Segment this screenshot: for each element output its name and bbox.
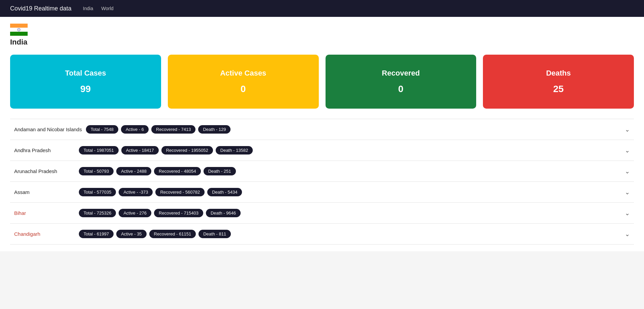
total-cases-card: Total Cases 99 (10, 55, 161, 109)
page-content: India Total Cases 99 Active Cases 0 Reco… (0, 17, 644, 251)
india-flag (10, 24, 28, 36)
deaths-label: Deaths (546, 69, 571, 78)
state-badge: Total - 50793 (79, 167, 114, 175)
app-title: Covid19 Realtime data (10, 5, 71, 12)
recovered-value: 0 (398, 84, 404, 94)
state-row[interactable]: ChandigarhTotal - 61997Active - 35Recove… (10, 224, 634, 245)
state-badge: Death - 129 (198, 125, 231, 134)
state-badge: Total - 577035 (79, 188, 116, 196)
chevron-down-icon[interactable]: ⌄ (625, 168, 630, 175)
state-row[interactable]: Arunachal PradeshTotal - 50793Active - 2… (10, 161, 634, 182)
state-badges: Total - 61997Active - 35Recovered - 6115… (79, 230, 621, 238)
state-badge: Death - 5434 (207, 188, 242, 196)
state-badge: Active - 2488 (116, 167, 151, 175)
state-badge: Total - 725326 (79, 209, 116, 217)
total-cases-label: Total Cases (65, 69, 106, 78)
deaths-value: 25 (553, 84, 564, 94)
svg-point-4 (19, 29, 19, 30)
navbar: Covid19 Realtime data India World (0, 0, 644, 17)
chevron-down-icon[interactable]: ⌄ (625, 230, 630, 238)
chevron-down-icon[interactable]: ⌄ (625, 126, 630, 133)
state-name: Chandigarh (14, 231, 75, 237)
state-name: Bihar (14, 210, 75, 216)
country-name: India (10, 38, 27, 47)
recovered-card: Recovered 0 (326, 55, 477, 109)
state-name: Arunachal Pradesh (14, 168, 75, 174)
state-badges: Total - 50793Active - 2488Recovered - 48… (79, 167, 621, 175)
country-header: India (10, 24, 634, 47)
state-badge: Active - 35 (116, 230, 146, 238)
state-row[interactable]: Andaman and Nicobar IslandsTotal - 7548A… (10, 119, 634, 140)
state-row[interactable]: Andhra PradeshTotal - 1987051Active - 18… (10, 140, 634, 161)
state-badge: Death - 13582 (216, 146, 253, 154)
state-badge: Death - 251 (204, 167, 236, 175)
nav-india[interactable]: India (83, 6, 93, 11)
state-badge: Total - 1987051 (79, 146, 119, 154)
state-badge: Active - 6 (121, 125, 149, 134)
chevron-down-icon[interactable]: ⌄ (625, 189, 630, 196)
state-badge: Death - 811 (198, 230, 231, 238)
svg-rect-2 (10, 32, 28, 36)
state-badge: Recovered - 48054 (154, 167, 201, 175)
state-badge: Recovered - 715403 (154, 209, 203, 217)
chevron-down-icon[interactable]: ⌄ (625, 147, 630, 154)
nav-world[interactable]: World (101, 6, 113, 11)
active-cases-card: Active Cases 0 (168, 55, 319, 109)
state-badges: Total - 725326Active - 276Recovered - 71… (79, 209, 621, 217)
state-badges: Total - 577035Active - -373Recovered - 5… (79, 188, 621, 196)
state-badge: Active - -373 (119, 188, 153, 196)
active-cases-label: Active Cases (220, 69, 266, 78)
state-row[interactable]: BiharTotal - 725326Active - 276Recovered… (10, 203, 634, 224)
chevron-down-icon[interactable]: ⌄ (625, 209, 630, 217)
state-list: Andaman and Nicobar IslandsTotal - 7548A… (10, 119, 634, 245)
deaths-card: Deaths 25 (483, 55, 634, 109)
state-name: Andaman and Nicobar Islands (14, 127, 82, 132)
active-cases-value: 0 (241, 84, 246, 94)
state-badge: Recovered - 560782 (155, 188, 205, 196)
state-name: Andhra Pradesh (14, 147, 75, 153)
state-badges: Total - 1987051Active - 18417Recovered -… (79, 146, 621, 154)
svg-rect-0 (10, 24, 28, 28)
state-badge: Recovered - 1955052 (161, 146, 213, 154)
recovered-label: Recovered (382, 69, 420, 78)
stat-cards: Total Cases 99 Active Cases 0 Recovered … (10, 55, 634, 109)
total-cases-value: 99 (80, 84, 91, 94)
state-badge: Active - 276 (119, 209, 151, 217)
state-badge: Active - 18417 (121, 146, 159, 154)
state-name: Assam (14, 189, 75, 195)
state-badge: Total - 7548 (86, 125, 118, 134)
state-badge: Death - 9646 (206, 209, 241, 217)
state-badge: Recovered - 61151 (149, 230, 196, 238)
state-row[interactable]: AssamTotal - 577035Active - -373Recovere… (10, 182, 634, 203)
state-badge: Recovered - 7413 (151, 125, 195, 134)
state-badge: Total - 61997 (79, 230, 114, 238)
state-badges: Total - 7548Active - 6Recovered - 7413De… (86, 125, 621, 134)
